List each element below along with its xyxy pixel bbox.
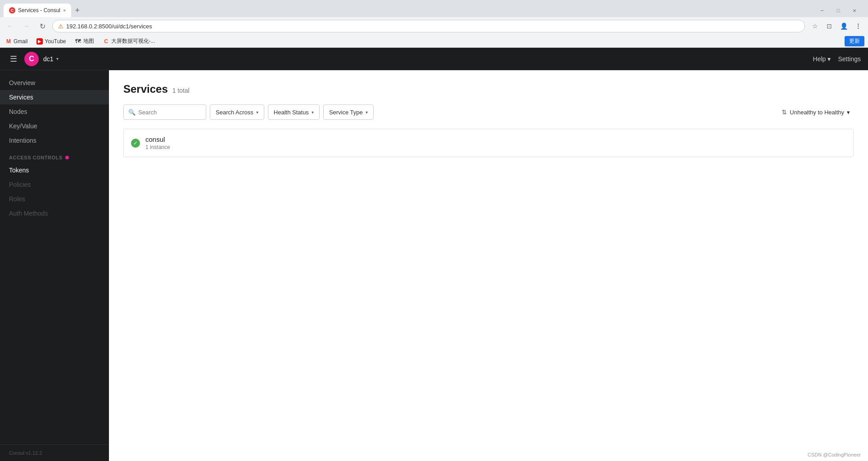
service-name: consul	[145, 136, 846, 143]
filter-bar: 🔍 Search Across ▾ Health Status ▾ Servic…	[123, 104, 854, 120]
bookmark-youtube-label: YouTube	[45, 38, 66, 45]
settings-button[interactable]: Settings	[838, 55, 861, 63]
profile-icon[interactable]: 👤	[837, 20, 850, 32]
sidebar-item-tokens-label: Tokens	[9, 167, 29, 174]
bookmark-csdn[interactable]: C 大屏数据可视化-...	[101, 36, 157, 46]
nav-actions: ☆ ⊡ 👤 ⋮	[809, 20, 864, 32]
help-label: Help	[813, 55, 826, 63]
bookmark-youtube[interactable]: ▶ YouTube	[35, 37, 68, 45]
consul-body: Overview Services Nodes Key/Value Intent…	[0, 70, 868, 461]
nav-bar: ← → ↻ ⚠ 192.168.0.2:8500/ui/dc1/services…	[0, 17, 868, 35]
search-input-wrap[interactable]: 🔍	[123, 104, 206, 120]
active-tab[interactable]: C Services - Consul ×	[4, 4, 71, 17]
url-text: 192.168.0.2:8500/ui/dc1/services	[66, 23, 799, 30]
sidebar: Overview Services Nodes Key/Value Intent…	[0, 70, 109, 461]
csdn-icon: C	[103, 38, 109, 45]
topbar-right: Help ▾ Settings	[813, 55, 861, 63]
sort-label: Unhealthy to Healthy	[790, 109, 844, 116]
new-tab-button[interactable]: +	[71, 6, 83, 15]
sort-button[interactable]: ⇅ Unhealthy to Healthy ▾	[778, 104, 854, 120]
service-type-button[interactable]: Service Type ▾	[323, 104, 374, 120]
datacenter-chevron: ▾	[56, 56, 59, 61]
bookmark-maps[interactable]: 🗺 地图	[73, 36, 96, 46]
sidebar-item-keyvalue-label: Key/Value	[9, 122, 37, 130]
window-controls: − □ ×	[816, 4, 864, 17]
access-controls-label: ACCESS CONTROLS	[9, 155, 63, 160]
sidebar-item-intentions[interactable]: Intentions	[0, 133, 109, 148]
close-button[interactable]: ×	[848, 4, 861, 17]
access-controls-section: ACCESS CONTROLS	[0, 148, 109, 163]
health-status-button[interactable]: Health Status ▾	[268, 104, 320, 120]
search-icon: 🔍	[128, 109, 136, 116]
sidebar-item-policies: Policies	[0, 177, 109, 192]
sidebar-item-roles-label: Roles	[9, 195, 25, 203]
gmail-icon: M	[5, 38, 12, 45]
sidebar-item-services-label: Services	[9, 94, 33, 101]
page-header: Services 1 total	[123, 83, 854, 95]
sidebar-item-intentions-label: Intentions	[9, 137, 36, 144]
security-icon: ⚠	[58, 23, 63, 30]
sidebar-item-tokens[interactable]: Tokens	[0, 163, 109, 177]
sidebar-nav: Overview Services Nodes Key/Value Intent…	[0, 70, 109, 444]
back-button[interactable]: ←	[4, 20, 16, 32]
browser-chrome: C Services - Consul × + − □ × ← → ↻ ⚠ 19…	[0, 0, 868, 48]
sort-icon: ⇅	[782, 108, 787, 116]
sidebar-item-roles: Roles	[0, 192, 109, 206]
sidebar-item-services[interactable]: Services	[0, 90, 109, 104]
health-status-label: Health Status	[274, 109, 309, 116]
hamburger-button[interactable]: ☰	[7, 53, 20, 65]
extension-icon[interactable]: ⊡	[823, 20, 836, 32]
sidebar-item-nodes[interactable]: Nodes	[0, 104, 109, 119]
search-across-label: Search Across	[216, 109, 253, 116]
service-info: consul 1 instance	[145, 136, 846, 150]
datacenter-selector[interactable]: dc1 ▾	[43, 55, 59, 63]
access-controls-dot	[65, 156, 69, 159]
sidebar-item-overview[interactable]: Overview	[0, 76, 109, 90]
page-title: Services	[123, 83, 168, 95]
service-list: ✓ consul 1 instance	[123, 129, 854, 157]
page-credit: CSDN @CodingPioneer	[808, 452, 861, 457]
search-input[interactable]	[138, 109, 201, 116]
help-chevron: ▾	[827, 55, 831, 63]
service-instances: 1 instance	[145, 144, 846, 150]
main-content: Services 1 total 🔍 Search Across ▾ Healt…	[109, 70, 868, 461]
service-type-label: Service Type	[329, 109, 363, 116]
close-tab-button[interactable]: ×	[63, 8, 66, 13]
bookmark-csdn-label: 大屏数据可视化-...	[111, 37, 155, 45]
tab-title: Services - Consul	[18, 7, 60, 14]
service-item-consul[interactable]: ✓ consul 1 instance	[124, 129, 853, 157]
update-button[interactable]: 更新	[845, 36, 864, 46]
health-passing-icon: ✓	[131, 139, 140, 148]
consul-topbar: ☰ C dc1 ▾ Help ▾ Settings	[0, 48, 868, 70]
tab-bar: C Services - Consul × + − □ ×	[0, 0, 868, 17]
topbar-left: ☰ C dc1 ▾	[0, 52, 66, 66]
search-across-button[interactable]: Search Across ▾	[210, 104, 264, 120]
bookmark-gmail-label: Gmail	[14, 38, 27, 45]
sidebar-item-auth-methods-label: Auth Methods	[9, 210, 48, 217]
sidebar-item-auth-methods: Auth Methods	[0, 206, 109, 221]
bookmark-icon[interactable]: ☆	[809, 20, 821, 32]
youtube-icon: ▶	[36, 38, 43, 45]
sidebar-item-nodes-label: Nodes	[9, 108, 27, 115]
page-count: 1 total	[172, 87, 190, 94]
sort-chevron: ▾	[847, 109, 850, 116]
version-text: Consul v1.12.2	[9, 450, 42, 456]
sidebar-footer: Consul v1.12.2	[0, 444, 109, 461]
menu-icon[interactable]: ⋮	[852, 20, 864, 32]
service-type-chevron: ▾	[366, 110, 368, 115]
forward-button[interactable]: →	[20, 20, 32, 32]
address-bar: ⚠ 192.168.0.2:8500/ui/dc1/services	[52, 20, 805, 32]
tab-favicon: C	[9, 7, 15, 14]
sidebar-item-keyvalue[interactable]: Key/Value	[0, 119, 109, 133]
datacenter-name: dc1	[43, 55, 54, 63]
help-button[interactable]: Help ▾	[813, 55, 831, 63]
sidebar-item-overview-label: Overview	[9, 79, 35, 86]
refresh-button[interactable]: ↻	[36, 20, 49, 32]
maps-icon: 🗺	[75, 38, 81, 45]
page-wrapper: C Services - Consul × + − □ × ← → ↻ ⚠ 19…	[0, 0, 868, 461]
bookmark-maps-label: 地图	[83, 37, 94, 45]
search-across-chevron: ▾	[256, 110, 258, 115]
bookmark-gmail[interactable]: M Gmail	[4, 37, 29, 45]
minimize-button[interactable]: −	[816, 4, 828, 17]
maximize-button[interactable]: □	[832, 4, 845, 17]
